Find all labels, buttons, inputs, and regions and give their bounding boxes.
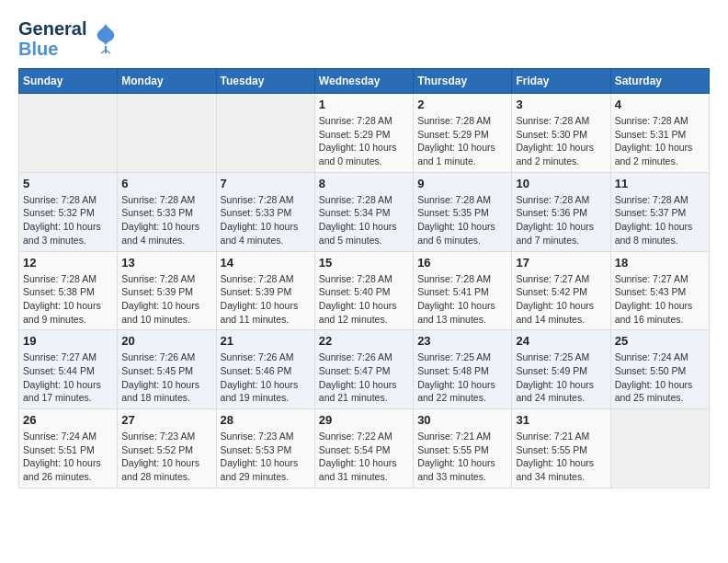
page-header: General Blue <box>18 18 710 59</box>
day-cell-16: 16Sunrise: 7:28 AMSunset: 5:41 PMDayligh… <box>414 251 512 330</box>
day-number: 9 <box>417 177 507 190</box>
day-info: Sunrise: 7:26 AMSunset: 5:47 PMDaylight:… <box>319 350 409 405</box>
day-number: 10 <box>516 177 606 190</box>
day-number: 4 <box>615 98 705 111</box>
day-number: 21 <box>221 334 311 348</box>
empty-cell <box>610 409 709 488</box>
weekday-header-tuesday: Tuesday <box>216 69 314 94</box>
day-number: 1 <box>319 98 409 111</box>
day-cell-29: 29Sunrise: 7:22 AMSunset: 5:54 PMDayligh… <box>314 409 413 488</box>
day-info: Sunrise: 7:28 AMSunset: 5:34 PMDaylight:… <box>319 193 409 247</box>
day-number: 19 <box>23 334 113 348</box>
day-info: Sunrise: 7:28 AMSunset: 5:35 PMDaylight:… <box>417 193 507 247</box>
day-cell-5: 5Sunrise: 7:28 AMSunset: 5:32 PMDaylight… <box>19 172 118 251</box>
day-number: 18 <box>615 256 705 270</box>
day-info: Sunrise: 7:28 AMSunset: 5:33 PMDaylight:… <box>121 193 211 247</box>
day-cell-14: 14Sunrise: 7:28 AMSunset: 5:39 PMDayligh… <box>216 251 314 330</box>
day-cell-15: 15Sunrise: 7:28 AMSunset: 5:40 PMDayligh… <box>314 251 413 330</box>
day-info: Sunrise: 7:27 AMSunset: 5:44 PMDaylight:… <box>23 350 113 405</box>
day-info: Sunrise: 7:28 AMSunset: 5:36 PMDaylight:… <box>516 193 606 247</box>
day-info: Sunrise: 7:28 AMSunset: 5:33 PMDaylight:… <box>221 193 311 247</box>
day-cell-31: 31Sunrise: 7:21 AMSunset: 5:55 PMDayligh… <box>512 409 610 488</box>
day-info: Sunrise: 7:28 AMSunset: 5:39 PMDaylight:… <box>121 272 211 327</box>
logo: General Blue <box>18 18 119 59</box>
day-number: 3 <box>516 98 606 111</box>
weekday-header-sunday: Sunday <box>19 69 118 94</box>
day-cell-13: 13Sunrise: 7:28 AMSunset: 5:39 PMDayligh… <box>118 251 216 330</box>
day-cell-19: 19Sunrise: 7:27 AMSunset: 5:44 PMDayligh… <box>19 330 118 409</box>
day-cell-24: 24Sunrise: 7:25 AMSunset: 5:49 PMDayligh… <box>512 330 610 409</box>
day-info: Sunrise: 7:28 AMSunset: 5:30 PMDaylight:… <box>516 114 606 168</box>
day-number: 23 <box>417 334 507 348</box>
weekday-header-monday: Monday <box>118 69 216 94</box>
day-cell-10: 10Sunrise: 7:28 AMSunset: 5:36 PMDayligh… <box>512 172 610 251</box>
day-info: Sunrise: 7:28 AMSunset: 5:29 PMDaylight:… <box>319 114 409 168</box>
day-info: Sunrise: 7:28 AMSunset: 5:32 PMDaylight:… <box>23 193 113 247</box>
day-info: Sunrise: 7:22 AMSunset: 5:54 PMDaylight:… <box>319 430 409 484</box>
day-cell-11: 11Sunrise: 7:28 AMSunset: 5:37 PMDayligh… <box>610 172 709 251</box>
week-row-1: 1Sunrise: 7:28 AMSunset: 5:29 PMDaylight… <box>19 94 710 173</box>
day-info: Sunrise: 7:21 AMSunset: 5:55 PMDaylight:… <box>417 430 507 484</box>
logo-bird-icon <box>92 22 119 55</box>
logo-general-text: General <box>18 18 86 39</box>
day-cell-21: 21Sunrise: 7:26 AMSunset: 5:46 PMDayligh… <box>216 330 314 409</box>
day-info: Sunrise: 7:27 AMSunset: 5:42 PMDaylight:… <box>516 272 606 327</box>
day-number: 26 <box>23 413 113 427</box>
day-info: Sunrise: 7:24 AMSunset: 5:51 PMDaylight:… <box>23 430 113 484</box>
day-number: 15 <box>319 256 409 270</box>
day-cell-9: 9Sunrise: 7:28 AMSunset: 5:35 PMDaylight… <box>414 172 512 251</box>
day-info: Sunrise: 7:28 AMSunset: 5:39 PMDaylight:… <box>221 272 311 327</box>
day-cell-6: 6Sunrise: 7:28 AMSunset: 5:33 PMDaylight… <box>118 172 216 251</box>
day-cell-27: 27Sunrise: 7:23 AMSunset: 5:52 PMDayligh… <box>118 409 216 488</box>
day-number: 27 <box>121 413 211 427</box>
weekday-header-wednesday: Wednesday <box>314 69 413 94</box>
day-number: 13 <box>121 256 211 270</box>
day-info: Sunrise: 7:28 AMSunset: 5:29 PMDaylight:… <box>417 114 507 168</box>
day-number: 28 <box>221 413 311 427</box>
logo-blue-text: Blue <box>18 39 86 59</box>
day-info: Sunrise: 7:23 AMSunset: 5:52 PMDaylight:… <box>121 430 211 484</box>
day-cell-23: 23Sunrise: 7:25 AMSunset: 5:48 PMDayligh… <box>414 330 512 409</box>
day-number: 24 <box>516 334 606 348</box>
day-number: 14 <box>221 256 311 270</box>
day-cell-4: 4Sunrise: 7:28 AMSunset: 5:31 PMDaylight… <box>610 94 709 173</box>
day-cell-8: 8Sunrise: 7:28 AMSunset: 5:34 PMDaylight… <box>314 172 413 251</box>
day-cell-20: 20Sunrise: 7:26 AMSunset: 5:45 PMDayligh… <box>118 330 216 409</box>
day-cell-18: 18Sunrise: 7:27 AMSunset: 5:43 PMDayligh… <box>610 251 709 330</box>
day-number: 25 <box>615 334 705 348</box>
weekday-header-saturday: Saturday <box>610 69 709 94</box>
day-number: 7 <box>221 177 311 190</box>
day-info: Sunrise: 7:27 AMSunset: 5:43 PMDaylight:… <box>615 272 705 327</box>
day-info: Sunrise: 7:24 AMSunset: 5:50 PMDaylight:… <box>615 350 705 405</box>
day-info: Sunrise: 7:28 AMSunset: 5:41 PMDaylight:… <box>417 272 507 327</box>
empty-cell <box>118 94 216 173</box>
day-cell-22: 22Sunrise: 7:26 AMSunset: 5:47 PMDayligh… <box>314 330 413 409</box>
day-number: 31 <box>516 413 606 427</box>
calendar-table: SundayMondayTuesdayWednesdayThursdayFrid… <box>18 68 710 488</box>
day-number: 6 <box>121 177 211 190</box>
day-info: Sunrise: 7:28 AMSunset: 5:31 PMDaylight:… <box>615 114 705 168</box>
day-info: Sunrise: 7:26 AMSunset: 5:45 PMDaylight:… <box>121 350 211 405</box>
day-cell-28: 28Sunrise: 7:23 AMSunset: 5:53 PMDayligh… <box>216 409 314 488</box>
day-info: Sunrise: 7:28 AMSunset: 5:40 PMDaylight:… <box>319 272 409 327</box>
day-cell-26: 26Sunrise: 7:24 AMSunset: 5:51 PMDayligh… <box>19 409 118 488</box>
day-number: 11 <box>615 177 705 190</box>
day-number: 17 <box>516 256 606 270</box>
day-number: 16 <box>417 256 507 270</box>
weekday-header-row: SundayMondayTuesdayWednesdayThursdayFrid… <box>19 69 710 94</box>
day-info: Sunrise: 7:25 AMSunset: 5:49 PMDaylight:… <box>516 350 606 405</box>
day-number: 22 <box>319 334 409 348</box>
week-row-3: 12Sunrise: 7:28 AMSunset: 5:38 PMDayligh… <box>19 251 710 330</box>
day-info: Sunrise: 7:21 AMSunset: 5:55 PMDaylight:… <box>516 430 606 484</box>
day-info: Sunrise: 7:26 AMSunset: 5:46 PMDaylight:… <box>221 350 311 405</box>
day-number: 12 <box>23 256 113 270</box>
week-row-4: 19Sunrise: 7:27 AMSunset: 5:44 PMDayligh… <box>19 330 710 409</box>
week-row-5: 26Sunrise: 7:24 AMSunset: 5:51 PMDayligh… <box>19 409 710 488</box>
day-number: 30 <box>417 413 507 427</box>
day-info: Sunrise: 7:28 AMSunset: 5:37 PMDaylight:… <box>615 193 705 247</box>
weekday-header-friday: Friday <box>512 69 610 94</box>
day-cell-3: 3Sunrise: 7:28 AMSunset: 5:30 PMDaylight… <box>512 94 610 173</box>
day-number: 5 <box>23 177 113 190</box>
day-cell-2: 2Sunrise: 7:28 AMSunset: 5:29 PMDaylight… <box>414 94 512 173</box>
day-info: Sunrise: 7:28 AMSunset: 5:38 PMDaylight:… <box>23 272 113 327</box>
